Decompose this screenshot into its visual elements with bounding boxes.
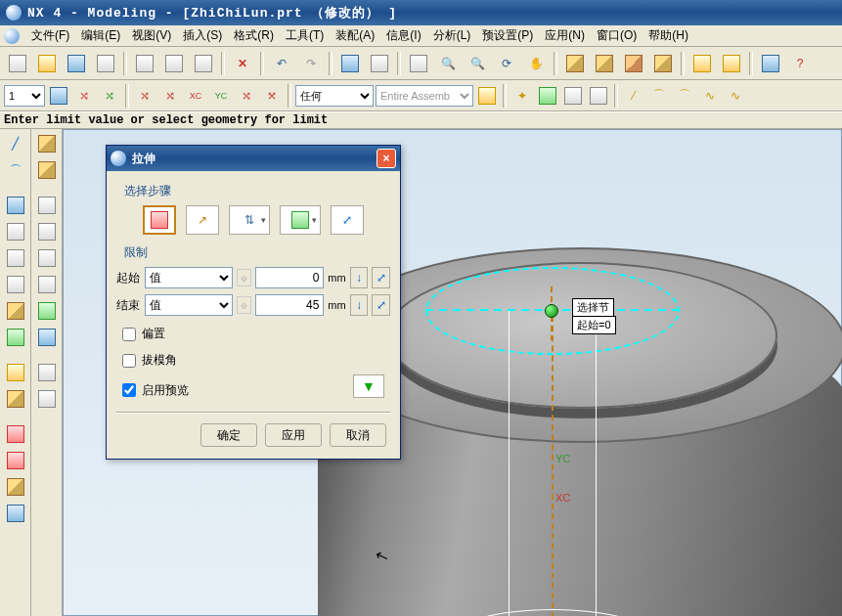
start-value-input[interactable] (255, 267, 324, 288)
feat-tool4[interactable] (2, 272, 29, 297)
redo-button[interactable]: ↷ (297, 50, 325, 77)
drag-handle-start[interactable] (545, 304, 558, 318)
print-button[interactable] (92, 50, 119, 77)
filter-select-2[interactable]: Entire Assemb (376, 85, 473, 107)
feat-tool11[interactable] (2, 474, 29, 500)
menu-tools[interactable]: 工具(T) (282, 25, 328, 46)
sel-icon4[interactable] (561, 84, 585, 108)
st2-1[interactable] (33, 131, 61, 156)
menu-edit[interactable]: 编辑(E) (77, 25, 124, 46)
start-type-select[interactable]: 值 (145, 267, 233, 288)
undo-button[interactable]: ↶ (268, 50, 295, 77)
feat-tool6[interactable] (2, 325, 29, 350)
tb-btn-b[interactable] (366, 50, 393, 77)
pan-button[interactable]: ✋ (522, 50, 550, 77)
save-button[interactable] (63, 50, 90, 77)
curve-icon5[interactable]: ∿ (724, 84, 747, 108)
sel-icon2[interactable]: ✦ (510, 84, 534, 108)
offset-row[interactable]: 偏置 (122, 326, 390, 342)
layer-select[interactable]: 1 (4, 85, 45, 107)
start-down-icon[interactable]: ↓ (350, 267, 369, 288)
sel-icon3[interactable] (536, 84, 559, 108)
feat-tool2[interactable] (2, 219, 29, 244)
shaded-edges-button[interactable] (620, 50, 647, 77)
st2-2[interactable] (33, 157, 61, 183)
st2-4[interactable] (33, 219, 61, 244)
clip-edit-button[interactable] (718, 50, 745, 77)
sel-icon5[interactable] (587, 84, 610, 108)
menu-insert[interactable]: 插入(S) (179, 25, 226, 46)
wireframe-button[interactable] (561, 50, 589, 77)
zoom-in-button[interactable]: 🔍 (464, 50, 491, 77)
rotate-button[interactable]: ⟳ (493, 50, 520, 77)
paste-button[interactable] (190, 50, 217, 77)
csys-icon4[interactable]: ⤭ (158, 84, 182, 108)
menu-file[interactable]: 文件(F) (27, 25, 73, 46)
new-button[interactable] (4, 50, 31, 77)
end-lock-icon[interactable]: ⟐ (237, 296, 251, 314)
start-swap-icon[interactable]: ⤢ (372, 267, 390, 288)
offset-checkbox[interactable] (122, 328, 136, 341)
preview-expand-button[interactable]: ▼ (353, 374, 384, 398)
menu-window[interactable]: 窗口(O) (593, 25, 641, 46)
menu-help[interactable]: 帮助(H) (644, 25, 692, 46)
curve-icon3[interactable]: ⌒ (673, 84, 696, 108)
fit-button[interactable] (405, 50, 432, 77)
feat-tool8[interactable] (2, 386, 29, 412)
csys-icon7[interactable]: ⤭ (235, 84, 258, 108)
feat-tool3[interactable] (2, 245, 29, 271)
arc-tool[interactable]: ⌒ (2, 157, 29, 183)
cancel-button[interactable]: 取消 (330, 423, 386, 447)
end-type-select[interactable]: 值 (145, 294, 233, 316)
feat-tool10[interactable] (2, 448, 29, 473)
csys-icon2[interactable]: ⤭ (98, 84, 121, 108)
tb-btn-a[interactable] (336, 50, 364, 77)
step-direction-button[interactable]: ↗ (186, 205, 219, 235)
menu-preferences[interactable]: 预设置(P) (478, 25, 537, 46)
draft-checkbox[interactable] (122, 354, 136, 368)
ok-button[interactable]: 确定 (200, 423, 257, 447)
menu-analysis[interactable]: 分析(L) (429, 25, 475, 46)
delete-button[interactable]: ✕ (229, 50, 256, 77)
apply-button[interactable]: 应用 (265, 423, 322, 447)
step-reverse-button[interactable]: ⤢ (331, 205, 364, 235)
menu-application[interactable]: 应用(N) (541, 25, 589, 46)
curve-icon2[interactable]: ⌒ (647, 84, 671, 108)
end-swap-icon[interactable]: ⤢ (372, 294, 390, 316)
shaded-button[interactable] (591, 50, 618, 77)
feat-tool9[interactable] (2, 421, 29, 447)
st2-6[interactable] (33, 272, 61, 297)
sel-icon1[interactable] (475, 84, 499, 108)
csys-icon6[interactable]: YC (209, 84, 233, 108)
copy-button[interactable] (160, 50, 188, 77)
csys-icon5[interactable]: XC (184, 84, 207, 108)
draft-row[interactable]: 拔模角 (122, 352, 390, 369)
feat-tool5[interactable] (2, 298, 29, 324)
step-boolean-button[interactable] (280, 205, 321, 235)
preview-checkbox[interactable] (122, 383, 136, 397)
st2-10[interactable] (33, 386, 61, 412)
st2-8[interactable] (33, 325, 61, 350)
menu-info[interactable]: 信息(I) (382, 25, 424, 46)
csys-icon8[interactable]: ⤧ (260, 84, 284, 108)
feat-tool12[interactable] (2, 501, 29, 526)
studio-button[interactable] (649, 50, 677, 77)
preview-row[interactable]: 启用预览 (122, 382, 189, 399)
end-down-icon[interactable]: ↓ (350, 294, 369, 316)
st2-3[interactable] (33, 193, 61, 218)
curve-icon4[interactable]: ∿ (698, 84, 722, 108)
close-button[interactable]: × (377, 149, 396, 168)
st2-9[interactable] (33, 360, 61, 385)
dialog-titlebar[interactable]: 拉伸 × (107, 146, 400, 171)
step-section-button[interactable] (143, 205, 176, 235)
menu-assembly[interactable]: 装配(A) (332, 25, 378, 46)
help-button[interactable]: ? (786, 50, 814, 77)
menu-view[interactable]: 视图(V) (128, 25, 175, 46)
line-tool[interactable]: ╱ (2, 131, 29, 156)
menu-format[interactable]: 格式(R) (230, 25, 278, 46)
clip-button[interactable] (688, 50, 716, 77)
end-value-input-dlg[interactable] (255, 294, 324, 316)
cut-button[interactable] (131, 50, 158, 77)
feat-tool7[interactable] (2, 360, 29, 385)
feat-tool1[interactable] (2, 193, 29, 218)
